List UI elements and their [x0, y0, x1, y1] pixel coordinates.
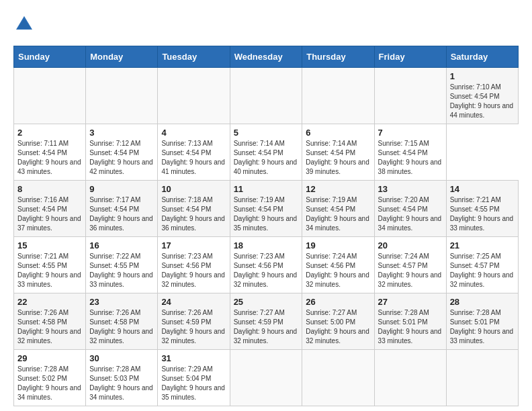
day-number: 28: [450, 297, 515, 307]
calendar-week-row: 8 Sunrise: 7:16 AMSunset: 4:54 PMDayligh…: [14, 181, 519, 237]
calendar-week-row: 1 Sunrise: 7:10 AMSunset: 4:54 PMDayligh…: [14, 68, 519, 124]
calendar-day: 15 Sunrise: 7:21 AMSunset: 4:55 PMDaylig…: [14, 237, 86, 293]
day-number: 8: [17, 184, 82, 194]
day-info: Sunrise: 7:28 AMSunset: 5:01 PMDaylight:…: [378, 308, 443, 346]
day-number: 2: [17, 128, 82, 138]
calendar-day: 1 Sunrise: 7:10 AMSunset: 4:54 PMDayligh…: [446, 68, 518, 124]
calendar-day: 5 Sunrise: 7:14 AMSunset: 4:54 PMDayligh…: [230, 124, 302, 181]
day-number: 3: [89, 128, 154, 138]
calendar-week-row: 22 Sunrise: 7:26 AMSunset: 4:58 PMDaylig…: [14, 293, 519, 350]
day-number: 24: [161, 297, 226, 307]
calendar-day: 7 Sunrise: 7:15 AMSunset: 4:54 PMDayligh…: [374, 124, 446, 181]
day-info: Sunrise: 7:26 AMSunset: 4:58 PMDaylight:…: [17, 308, 82, 346]
empty-cell: [230, 68, 302, 124]
calendar-day: 12 Sunrise: 7:19 AMSunset: 4:54 PMDaylig…: [302, 181, 374, 237]
day-info: Sunrise: 7:22 AMSunset: 4:55 PMDaylight:…: [89, 252, 154, 289]
day-number: 20: [378, 240, 443, 250]
empty-cell: [374, 350, 446, 406]
empty-cell: [302, 350, 374, 406]
calendar-week-row: 2 Sunrise: 7:11 AMSunset: 4:54 PMDayligh…: [14, 124, 519, 181]
day-number: 23: [89, 297, 154, 307]
day-info: Sunrise: 7:24 AMSunset: 4:57 PMDaylight:…: [378, 252, 443, 289]
calendar-day: 21 Sunrise: 7:25 AMSunset: 4:57 PMDaylig…: [446, 237, 518, 293]
logo-icon: [13, 13, 35, 35]
calendar-header-monday: Monday: [86, 46, 158, 68]
calendar-day: 3 Sunrise: 7:12 AMSunset: 4:54 PMDayligh…: [86, 124, 158, 181]
calendar-day: 25 Sunrise: 7:27 AMSunset: 4:59 PMDaylig…: [230, 293, 302, 350]
calendar-day: 17 Sunrise: 7:23 AMSunset: 4:56 PMDaylig…: [158, 237, 230, 293]
day-info: Sunrise: 7:20 AMSunset: 4:54 PMDaylight:…: [378, 195, 443, 233]
calendar-day: 30 Sunrise: 7:28 AMSunset: 5:03 PMDaylig…: [86, 350, 158, 406]
day-number: 16: [89, 240, 154, 250]
day-info: Sunrise: 7:18 AMSunset: 4:54 PMDaylight:…: [161, 195, 226, 233]
day-number: 18: [234, 240, 299, 250]
day-number: 30: [89, 353, 154, 363]
calendar-day: 19 Sunrise: 7:24 AMSunset: 4:56 PMDaylig…: [302, 237, 374, 293]
day-number: 4: [161, 128, 226, 138]
day-info: Sunrise: 7:17 AMSunset: 4:54 PMDaylight:…: [89, 195, 154, 233]
day-number: 9: [89, 184, 154, 194]
empty-cell: [158, 68, 230, 124]
day-info: Sunrise: 7:28 AMSunset: 5:01 PMDaylight:…: [450, 308, 515, 346]
day-number: 5: [234, 128, 299, 138]
day-info: Sunrise: 7:19 AMSunset: 4:54 PMDaylight:…: [306, 195, 370, 233]
logo: [13, 13, 38, 35]
calendar-header-row: SundayMondayTuesdayWednesdayThursdayFrid…: [14, 46, 519, 68]
empty-cell: [14, 68, 86, 124]
day-number: 31: [161, 353, 226, 363]
day-number: 10: [161, 184, 226, 194]
day-number: 6: [306, 128, 370, 138]
calendar-day: 11 Sunrise: 7:19 AMSunset: 4:54 PMDaylig…: [230, 181, 302, 237]
day-number: 26: [306, 297, 370, 307]
calendar-day: 28 Sunrise: 7:28 AMSunset: 5:01 PMDaylig…: [446, 293, 518, 350]
day-number: 22: [17, 297, 82, 307]
day-info: Sunrise: 7:21 AMSunset: 4:55 PMDaylight:…: [450, 195, 515, 233]
calendar-week-row: 15 Sunrise: 7:21 AMSunset: 4:55 PMDaylig…: [14, 237, 519, 293]
calendar-day: 29 Sunrise: 7:28 AMSunset: 5:02 PMDaylig…: [14, 350, 86, 406]
day-info: Sunrise: 7:23 AMSunset: 4:56 PMDaylight:…: [161, 252, 226, 289]
calendar-day: 27 Sunrise: 7:28 AMSunset: 5:01 PMDaylig…: [374, 293, 446, 350]
calendar-day: 22 Sunrise: 7:26 AMSunset: 4:58 PMDaylig…: [14, 293, 86, 350]
calendar-table: SundayMondayTuesdayWednesdayThursdayFrid…: [13, 46, 519, 406]
calendar-day: 6 Sunrise: 7:14 AMSunset: 4:54 PMDayligh…: [302, 124, 374, 181]
calendar-day: 14 Sunrise: 7:21 AMSunset: 4:55 PMDaylig…: [446, 181, 518, 237]
calendar-day: 2 Sunrise: 7:11 AMSunset: 4:54 PMDayligh…: [14, 124, 86, 181]
empty-cell: [446, 350, 518, 406]
calendar-day: 8 Sunrise: 7:16 AMSunset: 4:54 PMDayligh…: [14, 181, 86, 237]
day-number: 15: [17, 240, 82, 250]
empty-cell: [374, 68, 446, 124]
day-number: 11: [234, 184, 299, 194]
calendar-day: 24 Sunrise: 7:26 AMSunset: 4:59 PMDaylig…: [158, 293, 230, 350]
day-info: Sunrise: 7:28 AMSunset: 5:02 PMDaylight:…: [17, 365, 82, 402]
empty-cell: [302, 68, 374, 124]
calendar-day: 10 Sunrise: 7:18 AMSunset: 4:54 PMDaylig…: [158, 181, 230, 237]
day-info: Sunrise: 7:14 AMSunset: 4:54 PMDaylight:…: [234, 139, 299, 177]
calendar-header-saturday: Saturday: [446, 46, 518, 68]
day-info: Sunrise: 7:14 AMSunset: 4:54 PMDaylight:…: [306, 139, 370, 177]
day-info: Sunrise: 7:15 AMSunset: 4:54 PMDaylight:…: [378, 139, 443, 177]
day-info: Sunrise: 7:21 AMSunset: 4:55 PMDaylight:…: [17, 252, 82, 289]
empty-cell: [230, 350, 302, 406]
calendar-week-row: 29 Sunrise: 7:28 AMSunset: 5:02 PMDaylig…: [14, 350, 519, 406]
day-number: 1: [450, 71, 515, 81]
page-header: [13, 13, 519, 35]
day-info: Sunrise: 7:27 AMSunset: 4:59 PMDaylight:…: [234, 308, 299, 346]
day-info: Sunrise: 7:24 AMSunset: 4:56 PMDaylight:…: [306, 252, 370, 289]
calendar-day: 9 Sunrise: 7:17 AMSunset: 4:54 PMDayligh…: [86, 181, 158, 237]
day-number: 13: [378, 184, 443, 194]
day-number: 17: [161, 240, 226, 250]
day-info: Sunrise: 7:26 AMSunset: 4:59 PMDaylight:…: [161, 308, 226, 346]
calendar-day: 23 Sunrise: 7:26 AMSunset: 4:58 PMDaylig…: [86, 293, 158, 350]
calendar-day: 31 Sunrise: 7:29 AMSunset: 5:04 PMDaylig…: [158, 350, 230, 406]
day-info: Sunrise: 7:29 AMSunset: 5:04 PMDaylight:…: [161, 365, 226, 402]
day-number: 29: [17, 353, 82, 363]
day-info: Sunrise: 7:13 AMSunset: 4:54 PMDaylight:…: [161, 139, 226, 177]
calendar-day: 16 Sunrise: 7:22 AMSunset: 4:55 PMDaylig…: [86, 237, 158, 293]
day-number: 25: [234, 297, 299, 307]
calendar-header-wednesday: Wednesday: [230, 46, 302, 68]
day-info: Sunrise: 7:16 AMSunset: 4:54 PMDaylight:…: [17, 195, 82, 233]
day-info: Sunrise: 7:28 AMSunset: 5:03 PMDaylight:…: [89, 365, 154, 402]
calendar-day: 20 Sunrise: 7:24 AMSunset: 4:57 PMDaylig…: [374, 237, 446, 293]
empty-cell: [86, 68, 158, 124]
day-info: Sunrise: 7:23 AMSunset: 4:56 PMDaylight:…: [234, 252, 299, 289]
